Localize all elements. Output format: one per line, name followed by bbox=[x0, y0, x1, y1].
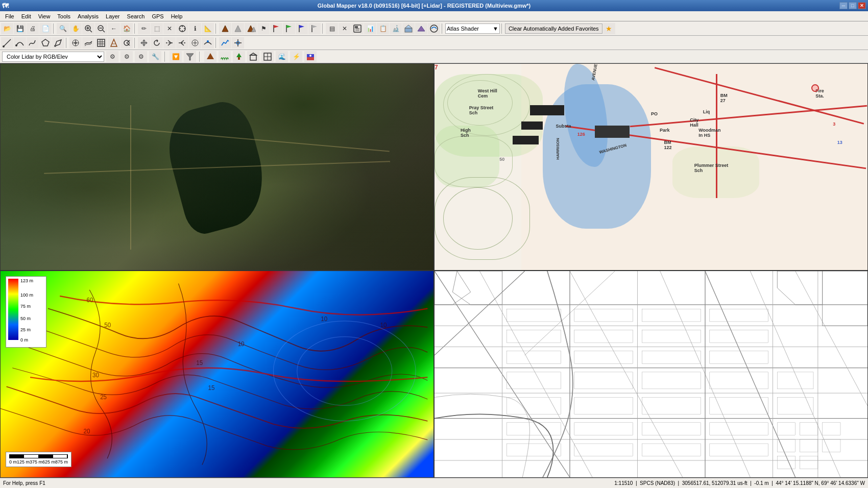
flag4-button[interactable] bbox=[296, 23, 308, 34]
new-button[interactable]: 📄 bbox=[39, 23, 52, 34]
save-button[interactable]: 💾 bbox=[14, 23, 26, 34]
coordinates-display: 3056517.61, 512079.31 us-ft bbox=[682, 480, 748, 486]
aerial-image bbox=[1, 64, 433, 270]
grass-btn[interactable] bbox=[219, 51, 231, 62]
zoom-in-button[interactable] bbox=[82, 23, 94, 34]
home-button[interactable]: 🏠 bbox=[120, 23, 133, 34]
building-btn[interactable] bbox=[247, 51, 259, 62]
separator-2 bbox=[134, 23, 136, 34]
move-button[interactable] bbox=[138, 37, 150, 48]
streets-pane[interactable] bbox=[434, 271, 868, 478]
delete-button[interactable]: ✕ bbox=[163, 23, 176, 34]
shader-dropdown[interactable]: Atlas Shader ▼ bbox=[445, 23, 500, 34]
back-button[interactable]: ← bbox=[108, 23, 120, 34]
viewshed-button[interactable] bbox=[120, 37, 133, 48]
lidar-layer-select[interactable]: Color Lidar by RGB/Elev bbox=[2, 52, 104, 62]
flag5-button[interactable] bbox=[308, 23, 321, 34]
clipboard-button[interactable]: 📋 bbox=[377, 23, 389, 34]
maximize-button[interactable]: □ bbox=[849, 2, 857, 9]
flag3-button[interactable] bbox=[283, 23, 295, 34]
power-btn[interactable]: ⚡ bbox=[290, 51, 302, 62]
draw-point-button[interactable]: ✏ bbox=[138, 23, 150, 34]
grid-draw-button[interactable] bbox=[95, 37, 107, 48]
legend-gradient bbox=[8, 279, 18, 340]
favorites-star-button[interactable]: ★ bbox=[603, 23, 615, 34]
measure-area-button[interactable] bbox=[69, 37, 82, 48]
measure-button[interactable] bbox=[176, 23, 188, 34]
elevation-display: -0.1 m bbox=[754, 480, 768, 486]
topo-label-plummer: Plummer StreetSch bbox=[694, 163, 729, 173]
analyze-button[interactable]: 🔬 bbox=[390, 23, 402, 34]
zoom-out-button[interactable] bbox=[95, 23, 107, 34]
scale-bar: 0 m 125 m 375 m 625 m 875 m bbox=[6, 452, 71, 467]
water-btn[interactable]: 🌊 bbox=[276, 51, 288, 62]
close2-button[interactable]: ✕ bbox=[339, 23, 351, 34]
info-button[interactable]: ℹ bbox=[189, 23, 201, 34]
freehand-button[interactable] bbox=[27, 37, 39, 48]
topo-label-50: 50 bbox=[499, 157, 504, 162]
clear-favorites-button[interactable]: Clear Automatically Added Favorites bbox=[505, 23, 602, 34]
elev2-button[interactable] bbox=[232, 23, 244, 34]
elev3-button[interactable] bbox=[245, 23, 257, 34]
lidar3-btn[interactable] bbox=[428, 23, 440, 34]
topo-pane[interactable]: West HillCem Pray StreetSch HighSch Subs… bbox=[434, 63, 868, 271]
filter2-button[interactable] bbox=[184, 51, 196, 62]
grid-button[interactable]: ▤ bbox=[326, 23, 338, 34]
menu-item-tools[interactable]: Tools bbox=[54, 12, 74, 20]
star-icon: ★ bbox=[606, 25, 612, 33]
layer-settings-button[interactable]: ⚙ bbox=[106, 51, 118, 62]
flag1-button[interactable]: ⚑ bbox=[257, 23, 270, 34]
lidar2-btn[interactable] bbox=[415, 23, 427, 34]
lidar-btn[interactable] bbox=[402, 23, 415, 34]
menu-item-gps[interactable]: GPS bbox=[149, 12, 166, 20]
menu-item-analysis[interactable]: Analysis bbox=[75, 12, 102, 20]
menu-bar: FileEditViewToolsAnalysisLayerSearchGPSH… bbox=[0, 11, 868, 21]
snap-button[interactable] bbox=[189, 37, 201, 48]
menu-item-help[interactable]: Help bbox=[168, 12, 186, 20]
tree-btn[interactable] bbox=[233, 51, 245, 62]
cross-section-button[interactable] bbox=[232, 37, 244, 48]
flag2-button[interactable] bbox=[270, 23, 282, 34]
layer-settings2-button[interactable]: ⚙ bbox=[120, 51, 133, 62]
elevation-tool-button[interactable] bbox=[108, 37, 120, 48]
layer-settings3-button[interactable]: ⚙ bbox=[135, 51, 147, 62]
menu-item-edit[interactable]: Edit bbox=[18, 12, 34, 20]
export-button[interactable] bbox=[351, 23, 364, 34]
elev-profile-button[interactable] bbox=[219, 23, 231, 34]
svg-marker-40 bbox=[111, 39, 117, 46]
rotate-button[interactable] bbox=[151, 37, 163, 48]
edit-vertices-button[interactable] bbox=[52, 37, 64, 48]
minimize-button[interactable]: ─ bbox=[839, 2, 848, 9]
layer-adjust-button[interactable]: 🔧 bbox=[149, 51, 161, 62]
pan-button[interactable]: ✋ bbox=[69, 23, 82, 34]
menu-item-view[interactable]: View bbox=[35, 12, 54, 20]
lidar-pane[interactable]: 60 50 30 25 20 15 15 10 10 10 123 m 100 … bbox=[0, 271, 434, 478]
arc-draw-button[interactable] bbox=[14, 37, 26, 48]
menu-item-file[interactable]: File bbox=[2, 12, 17, 20]
profile-button[interactable] bbox=[219, 37, 231, 48]
split-button[interactable] bbox=[163, 37, 176, 48]
latlon-display: 44° 14' 15.1188" N, 69° 46' 14.6336" W bbox=[776, 480, 865, 486]
open-button[interactable]: 📂 bbox=[1, 23, 13, 34]
scale-125: 125 m bbox=[17, 459, 30, 465]
measure2-button[interactable]: 📐 bbox=[202, 23, 214, 34]
line-draw-button[interactable] bbox=[1, 37, 13, 48]
vertex-insert-button[interactable] bbox=[202, 37, 214, 48]
print-button[interactable]: 🖨 bbox=[27, 23, 39, 34]
topo-label-13: 13 bbox=[837, 140, 842, 145]
contour-button[interactable] bbox=[82, 37, 94, 48]
menu-item-search[interactable]: Search bbox=[124, 12, 148, 20]
close-button[interactable]: ✕ bbox=[858, 2, 866, 9]
marker-btn[interactable] bbox=[304, 51, 317, 62]
chart-button[interactable]: 📊 bbox=[364, 23, 376, 34]
polygon-button[interactable] bbox=[39, 37, 52, 48]
combine-button[interactable] bbox=[176, 37, 188, 48]
search-tool-button[interactable]: 🔍 bbox=[57, 23, 69, 34]
terrain-btn[interactable] bbox=[204, 51, 216, 62]
topo-label-substa: Substa bbox=[556, 124, 571, 129]
select-rect-button[interactable]: ⬚ bbox=[151, 23, 163, 34]
filter-button[interactable]: 🔽 bbox=[170, 51, 182, 62]
menu-item-layer[interactable]: Layer bbox=[103, 12, 123, 20]
grid3-btn[interactable] bbox=[261, 51, 274, 62]
aerial-pane[interactable] bbox=[0, 63, 434, 271]
